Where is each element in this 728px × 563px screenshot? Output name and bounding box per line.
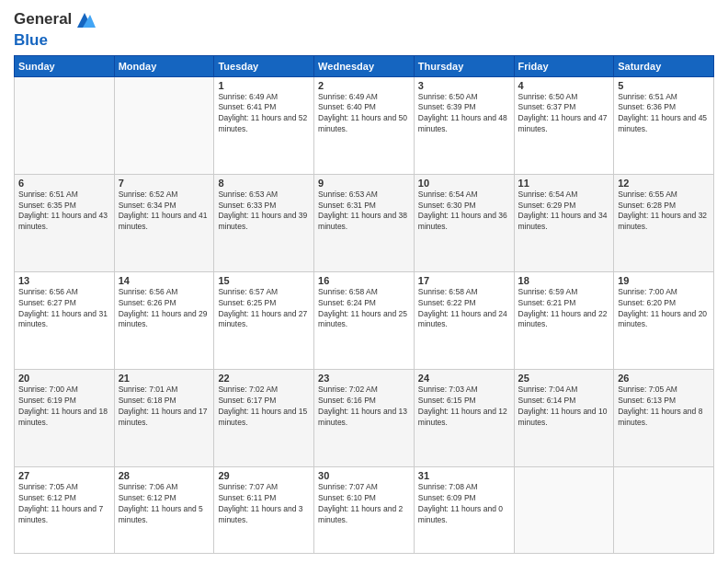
day-info: Sunrise: 6:51 AM Sunset: 6:35 PM Dayligh…: [18, 190, 110, 234]
day-number: 13: [18, 275, 110, 286]
calendar-cell: 4Sunrise: 6:50 AM Sunset: 6:37 PM Daylig…: [514, 76, 614, 174]
calendar-cell: [614, 466, 714, 553]
day-info: Sunrise: 6:56 AM Sunset: 6:26 PM Dayligh…: [119, 287, 210, 331]
day-number: 6: [18, 178, 110, 189]
calendar-cell: 5Sunrise: 6:51 AM Sunset: 6:36 PM Daylig…: [614, 76, 714, 174]
calendar-cell: 18Sunrise: 6:59 AM Sunset: 6:21 PM Dayli…: [514, 271, 614, 369]
day-info: Sunrise: 6:51 AM Sunset: 6:36 PM Dayligh…: [618, 92, 710, 136]
calendar-cell: 1Sunrise: 6:49 AM Sunset: 6:41 PM Daylig…: [214, 76, 314, 174]
day-number: 18: [518, 275, 610, 286]
day-info: Sunrise: 7:03 AM Sunset: 6:15 PM Dayligh…: [418, 385, 510, 429]
day-info: Sunrise: 6:55 AM Sunset: 6:28 PM Dayligh…: [618, 190, 710, 234]
weekday-header-sunday: Sunday: [15, 55, 115, 76]
calendar-cell: [15, 76, 115, 174]
day-number: 3: [418, 80, 510, 91]
calendar-cell: 29Sunrise: 7:07 AM Sunset: 6:11 PM Dayli…: [214, 466, 314, 553]
day-number: 24: [418, 373, 510, 384]
day-number: 21: [119, 373, 210, 384]
logo-blue: Blue: [14, 31, 96, 50]
calendar-cell: 17Sunrise: 6:58 AM Sunset: 6:22 PM Dayli…: [414, 271, 514, 369]
day-number: 19: [618, 275, 710, 286]
day-info: Sunrise: 7:00 AM Sunset: 6:20 PM Dayligh…: [618, 287, 710, 331]
weekday-header-monday: Monday: [114, 55, 214, 76]
page: General Blue SundayMondayTuesdayWednesda…: [0, 0, 728, 563]
day-number: 12: [618, 178, 710, 189]
day-info: Sunrise: 6:49 AM Sunset: 6:41 PM Dayligh…: [218, 92, 310, 136]
calendar-cell: 30Sunrise: 7:07 AM Sunset: 6:10 PM Dayli…: [314, 466, 415, 553]
day-info: Sunrise: 7:07 AM Sunset: 6:10 PM Dayligh…: [318, 482, 410, 526]
day-number: 31: [418, 470, 510, 481]
day-number: 22: [218, 373, 310, 384]
day-info: Sunrise: 6:57 AM Sunset: 6:25 PM Dayligh…: [218, 287, 310, 331]
day-info: Sunrise: 6:50 AM Sunset: 6:37 PM Dayligh…: [518, 92, 610, 136]
weekday-header-tuesday: Tuesday: [214, 55, 314, 76]
calendar-cell: 19Sunrise: 7:00 AM Sunset: 6:20 PM Dayli…: [614, 271, 714, 369]
day-number: 4: [518, 80, 610, 91]
day-info: Sunrise: 7:00 AM Sunset: 6:19 PM Dayligh…: [18, 385, 110, 429]
calendar-cell: 7Sunrise: 6:52 AM Sunset: 6:34 PM Daylig…: [114, 174, 214, 271]
day-number: 9: [318, 178, 410, 189]
calendar-cell: 16Sunrise: 6:58 AM Sunset: 6:24 PM Dayli…: [314, 271, 415, 369]
day-info: Sunrise: 7:05 AM Sunset: 6:13 PM Dayligh…: [618, 385, 710, 429]
day-number: 8: [218, 178, 310, 189]
day-info: Sunrise: 7:08 AM Sunset: 6:09 PM Dayligh…: [418, 482, 510, 526]
day-number: 25: [518, 373, 610, 384]
day-info: Sunrise: 7:05 AM Sunset: 6:12 PM Dayligh…: [18, 482, 110, 526]
weekday-header-friday: Friday: [514, 55, 614, 76]
day-number: 20: [18, 373, 110, 384]
weekday-header-row: SundayMondayTuesdayWednesdayThursdayFrid…: [15, 55, 714, 76]
calendar-cell: 26Sunrise: 7:05 AM Sunset: 6:13 PM Dayli…: [614, 369, 714, 466]
calendar-cell: 12Sunrise: 6:55 AM Sunset: 6:28 PM Dayli…: [614, 174, 714, 271]
day-number: 30: [318, 470, 410, 481]
day-number: 11: [518, 178, 610, 189]
calendar-cell: [514, 466, 614, 553]
calendar-cell: 27Sunrise: 7:05 AM Sunset: 6:12 PM Dayli…: [15, 466, 115, 553]
day-info: Sunrise: 6:54 AM Sunset: 6:29 PM Dayligh…: [518, 190, 610, 234]
calendar-cell: 21Sunrise: 7:01 AM Sunset: 6:18 PM Dayli…: [114, 369, 214, 466]
weekday-header-thursday: Thursday: [414, 55, 514, 76]
day-number: 14: [119, 275, 210, 286]
day-number: 28: [119, 470, 210, 481]
weekday-header-wednesday: Wednesday: [314, 55, 415, 76]
calendar-cell: 22Sunrise: 7:02 AM Sunset: 6:17 PM Dayli…: [214, 369, 314, 466]
day-info: Sunrise: 6:52 AM Sunset: 6:34 PM Dayligh…: [119, 190, 210, 234]
day-number: 7: [119, 178, 210, 189]
day-info: Sunrise: 6:59 AM Sunset: 6:21 PM Dayligh…: [518, 287, 610, 331]
day-info: Sunrise: 6:54 AM Sunset: 6:30 PM Dayligh…: [418, 190, 510, 234]
calendar-cell: 6Sunrise: 6:51 AM Sunset: 6:35 PM Daylig…: [15, 174, 115, 271]
calendar-cell: 15Sunrise: 6:57 AM Sunset: 6:25 PM Dayli…: [214, 271, 314, 369]
calendar-cell: 20Sunrise: 7:00 AM Sunset: 6:19 PM Dayli…: [15, 369, 115, 466]
calendar: SundayMondayTuesdayWednesdayThursdayFrid…: [14, 55, 714, 554]
day-number: 15: [218, 275, 310, 286]
day-info: Sunrise: 7:04 AM Sunset: 6:14 PM Dayligh…: [518, 385, 610, 429]
day-info: Sunrise: 6:58 AM Sunset: 6:24 PM Dayligh…: [318, 287, 410, 331]
day-number: 23: [318, 373, 410, 384]
day-number: 10: [418, 178, 510, 189]
calendar-cell: 11Sunrise: 6:54 AM Sunset: 6:29 PM Dayli…: [514, 174, 614, 271]
day-info: Sunrise: 6:49 AM Sunset: 6:40 PM Dayligh…: [318, 92, 410, 136]
calendar-cell: [114, 76, 214, 174]
day-info: Sunrise: 6:50 AM Sunset: 6:39 PM Dayligh…: [418, 92, 510, 136]
calendar-cell: 13Sunrise: 6:56 AM Sunset: 6:27 PM Dayli…: [15, 271, 115, 369]
calendar-cell: 2Sunrise: 6:49 AM Sunset: 6:40 PM Daylig…: [314, 76, 415, 174]
day-info: Sunrise: 7:02 AM Sunset: 6:16 PM Dayligh…: [318, 385, 410, 429]
day-number: 29: [218, 470, 310, 481]
calendar-cell: 31Sunrise: 7:08 AM Sunset: 6:09 PM Dayli…: [414, 466, 514, 553]
calendar-cell: 25Sunrise: 7:04 AM Sunset: 6:14 PM Dayli…: [514, 369, 614, 466]
day-number: 17: [418, 275, 510, 286]
calendar-cell: 3Sunrise: 6:50 AM Sunset: 6:39 PM Daylig…: [414, 76, 514, 174]
day-info: Sunrise: 7:02 AM Sunset: 6:17 PM Dayligh…: [218, 385, 310, 429]
calendar-cell: 10Sunrise: 6:54 AM Sunset: 6:30 PM Dayli…: [414, 174, 514, 271]
weekday-header-saturday: Saturday: [614, 55, 714, 76]
day-info: Sunrise: 6:53 AM Sunset: 6:31 PM Dayligh…: [318, 190, 410, 234]
day-number: 26: [618, 373, 710, 384]
header: General Blue: [14, 9, 714, 50]
day-info: Sunrise: 7:06 AM Sunset: 6:12 PM Dayligh…: [119, 482, 210, 526]
logo-text: General: [14, 9, 96, 31]
day-number: 16: [318, 275, 410, 286]
calendar-cell: 23Sunrise: 7:02 AM Sunset: 6:16 PM Dayli…: [314, 369, 415, 466]
calendar-cell: 28Sunrise: 7:06 AM Sunset: 6:12 PM Dayli…: [114, 466, 214, 553]
calendar-cell: 24Sunrise: 7:03 AM Sunset: 6:15 PM Dayli…: [414, 369, 514, 466]
day-info: Sunrise: 7:07 AM Sunset: 6:11 PM Dayligh…: [218, 482, 310, 526]
day-number: 27: [18, 470, 110, 481]
